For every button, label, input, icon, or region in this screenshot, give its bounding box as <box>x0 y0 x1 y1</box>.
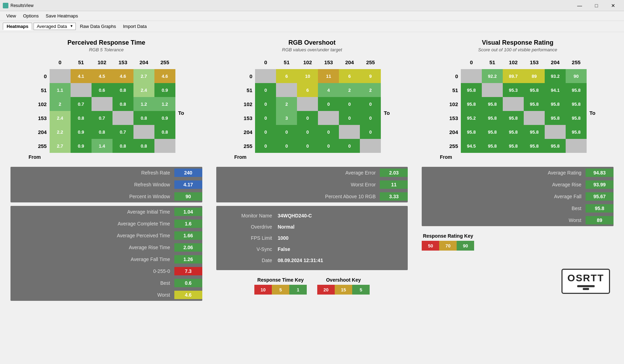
best-value: 0.6 <box>174 279 202 287</box>
zero-row: 0-255-0 7.3 <box>10 265 202 277</box>
best-rating-row: Best 95.8 <box>422 202 614 214</box>
worst-rating-row: Worst 89 <box>422 214 614 226</box>
vrr-cell: 95.8 <box>524 97 545 111</box>
close-button[interactable]: ✕ <box>605 0 621 11</box>
rgo-corner <box>234 55 255 69</box>
prt-cell: 0.8 <box>113 139 133 153</box>
avg-fall-row: Average Fall Time 1.26 <box>10 253 202 265</box>
date-key: Date <box>223 258 272 263</box>
rgo-cell: 0 <box>255 111 276 125</box>
overshoot-key-boxes: 20 15 5 <box>317 285 370 295</box>
prt-cell: 1.2 <box>133 97 154 111</box>
visual-response-section: Visual Response Rating Score out of 100 … <box>422 39 614 160</box>
vrr-cell: 95.8 <box>482 111 503 125</box>
prt-cell: 0.9 <box>71 125 92 139</box>
osrtt-monitor-base <box>577 285 595 287</box>
prt-cell: 0.9 <box>71 139 92 153</box>
prt-cell: 0.9 <box>154 111 175 125</box>
vrr-cell: 95.8 <box>461 83 482 97</box>
rating-stats-panel: Average Rating 94.83 Average Rise 93.99 … <box>422 167 614 226</box>
avg-rise-row: Average Rise Time 2.06 <box>10 242 202 253</box>
averaged-data-dropdown[interactable]: Averaged Data ▼ <box>34 23 76 30</box>
osrtt-text: OSRTT <box>567 273 604 284</box>
prt-cell <box>133 125 154 139</box>
avg-rating-label: Average Rating <box>422 169 586 177</box>
prt-cell: 0.8 <box>133 111 154 125</box>
vrr-cell: 95.8 <box>566 97 587 111</box>
error-stats-panel: Average Error 2.03 Worst Error 11 Percen… <box>216 167 408 202</box>
vrr-cell: 95.8 <box>503 125 524 139</box>
worst-error-row: Worst Error 11 <box>216 179 408 191</box>
prt-from-label: From <box>29 154 175 160</box>
refresh-window-value: 4.17 <box>174 180 202 189</box>
vrr-row-header: 255 <box>440 139 461 153</box>
prt-cell: 0.9 <box>154 83 175 97</box>
rgo-cell: 0 <box>318 97 339 111</box>
menu-options[interactable]: Options <box>20 12 42 20</box>
overdrive-row: Overdrive Normal <box>223 221 401 232</box>
raw-data-graphs-button[interactable]: Raw Data Graphs <box>77 23 119 30</box>
response-time-key: Response Time Key 10 5 1 <box>254 277 307 295</box>
title-bar: ResultsView — □ ✕ <box>0 0 624 11</box>
rt-key-1: 1 <box>289 285 307 295</box>
osrtt-monitor-stand <box>583 288 589 290</box>
vrr-h153: 153 <box>524 55 545 69</box>
prt-row-header: 102 <box>29 97 50 111</box>
rgb-overshoot-table: 0 51 102 153 204 255 0610116951064221020… <box>234 55 381 153</box>
rgb-overshoot-wrapper: 0 51 102 153 204 255 0610116951064221020… <box>234 55 390 160</box>
rgo-cell: 0 <box>297 125 318 139</box>
fps-limit-key: FPS Limit <box>223 235 272 241</box>
rgo-h153: 153 <box>318 55 339 69</box>
heatmaps-tab[interactable]: Heatmaps <box>3 23 32 30</box>
vrr-cell: 95.8 <box>566 125 587 139</box>
vrr-row-header: 0 <box>440 69 461 83</box>
rgo-cell: 0 <box>339 111 360 125</box>
rgo-row-header: 102 <box>234 97 255 111</box>
os-key-5: 5 <box>352 285 370 295</box>
rgo-cell: 2 <box>360 83 381 97</box>
prt-cell: 2.2 <box>50 125 71 139</box>
avg-rise-rating-label: Average Rise <box>422 180 586 189</box>
vrr-cell: 90 <box>566 69 587 83</box>
monitor-name-row: Monitor Name 34WQHD240-C <box>223 210 401 221</box>
stats-middle-col: Average Error 2.03 Worst Error 11 Percen… <box>216 167 408 301</box>
vrr-to-label: To <box>589 99 595 116</box>
rt-key-10: 10 <box>254 285 272 295</box>
vrr-h102: 102 <box>503 55 524 69</box>
percent-window-value: 90 <box>174 192 202 201</box>
rgo-cell: 4 <box>318 83 339 97</box>
response-time-key-title: Response Time Key <box>257 277 304 283</box>
rgo-cell: 0 <box>318 125 339 139</box>
monitor-name-key: Monitor Name <box>223 213 272 218</box>
vrr-cell <box>461 69 482 83</box>
rgo-cell: 0 <box>360 97 381 111</box>
vrr-cell: 95.8 <box>524 83 545 97</box>
vrr-cell: 95.2 <box>461 111 482 125</box>
vrr-cell: 95.8 <box>503 111 524 125</box>
vrr-h204: 204 <box>545 55 566 69</box>
import-data-button[interactable]: Import Data <box>120 23 150 30</box>
menu-view[interactable]: View <box>3 12 20 20</box>
vrr-cell: 95.8 <box>545 111 566 125</box>
vrr-cell: 94.1 <box>545 83 566 97</box>
rgo-cell: 2 <box>339 83 360 97</box>
vrr-row-header: 153 <box>440 111 461 125</box>
prt-cell: 0.8 <box>113 97 133 111</box>
response-rating-key-title: Response Rating Key <box>423 233 473 239</box>
maximize-button[interactable]: □ <box>588 0 604 11</box>
prt-row-header: 204 <box>29 125 50 139</box>
rgo-row-header: 255 <box>234 139 255 153</box>
rgo-cell: 0 <box>339 139 360 153</box>
rgo-cell <box>360 139 381 153</box>
perceived-response-section: Perceived Response Time RGB 5 Tolerance … <box>10 39 202 160</box>
menu-save-heatmaps[interactable]: Save Heatmaps <box>42 12 82 20</box>
prt-row-header: 255 <box>29 139 50 153</box>
vrr-h51: 51 <box>482 55 503 69</box>
avg-error-label: Average Error <box>216 169 380 177</box>
avg-complete-value: 1.6 <box>174 220 202 228</box>
prt-corner <box>29 55 50 69</box>
best-row: Best 0.6 <box>10 277 202 289</box>
prt-cell <box>50 69 71 83</box>
minimize-button[interactable]: — <box>572 0 588 11</box>
prt-cell: 1.2 <box>154 97 175 111</box>
